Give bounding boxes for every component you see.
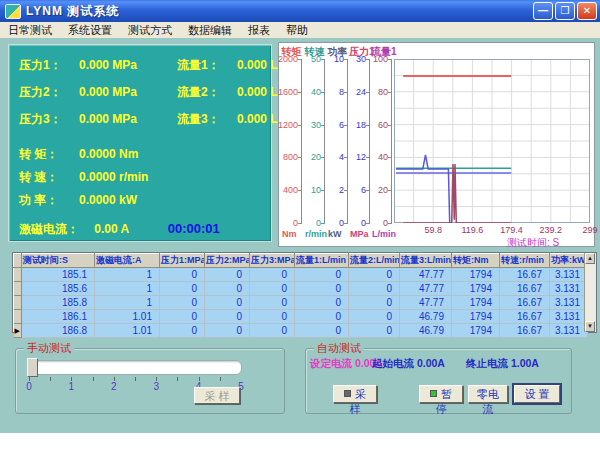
- table-cell[interactable]: 3.131: [550, 282, 588, 296]
- elapsed-timer: 00:00:01: [168, 221, 220, 236]
- menu-item-5[interactable]: 帮助: [278, 23, 316, 38]
- table-cell[interactable]: 0: [295, 268, 349, 282]
- table-cell[interactable]: 3.131: [550, 324, 588, 338]
- table-cell[interactable]: 47.77: [400, 296, 452, 310]
- column-header-0[interactable]: 测试时间:S: [22, 254, 95, 268]
- table-cell[interactable]: 46.79: [400, 324, 452, 338]
- menu-item-4[interactable]: 报表: [240, 23, 278, 38]
- app-icon[interactable]: [5, 4, 21, 19]
- minimize-button[interactable]: —: [533, 2, 553, 20]
- table-cell[interactable]: 0: [250, 310, 295, 324]
- table-cell[interactable]: 3.131: [550, 310, 588, 324]
- row-selector[interactable]: [14, 310, 22, 324]
- table-cell[interactable]: 186.1: [22, 310, 95, 324]
- row-selector[interactable]: [14, 282, 22, 296]
- table-cell[interactable]: 16.67: [500, 268, 550, 282]
- table-cell[interactable]: 0: [160, 268, 205, 282]
- table-cell[interactable]: 0: [349, 296, 400, 310]
- table-cell[interactable]: 47.77: [400, 268, 452, 282]
- table-cell[interactable]: 0: [349, 282, 400, 296]
- slider-track[interactable]: [28, 360, 242, 375]
- table-cell[interactable]: 1794: [452, 268, 500, 282]
- row-selector[interactable]: [14, 296, 22, 310]
- column-header-1[interactable]: 激磁电流:A: [95, 254, 160, 268]
- slider-thumb[interactable]: [27, 358, 38, 377]
- table-cell[interactable]: 1.01: [95, 310, 160, 324]
- table-cell[interactable]: 3.131: [550, 268, 588, 282]
- table-cell[interactable]: 3.131: [550, 296, 588, 310]
- row-selector[interactable]: ▶: [14, 324, 22, 338]
- table-cell[interactable]: 0: [250, 282, 295, 296]
- table-cell[interactable]: 0: [205, 268, 250, 282]
- excitation-row: 激磁电流： 0.00 A 00:00:01: [19, 221, 220, 238]
- auto-button-3[interactable]: 设 置: [514, 385, 560, 403]
- table-cell[interactable]: 0: [250, 296, 295, 310]
- table-cell[interactable]: 0: [160, 310, 205, 324]
- table-cell[interactable]: 0: [295, 310, 349, 324]
- table-row[interactable]: 185.610000047.77179416.673.131: [14, 282, 588, 296]
- table-cell[interactable]: 1794: [452, 282, 500, 296]
- column-header-8[interactable]: 转矩:Nm: [452, 254, 500, 268]
- table-cell[interactable]: 0: [250, 268, 295, 282]
- column-header-3[interactable]: 压力2:MPa: [205, 254, 250, 268]
- close-button[interactable]: ✕: [577, 2, 597, 20]
- table-cell[interactable]: 0: [205, 310, 250, 324]
- table-cell[interactable]: 185.8: [22, 296, 95, 310]
- table-cell[interactable]: 1: [95, 282, 160, 296]
- table-cell[interactable]: 0: [349, 268, 400, 282]
- table-row[interactable]: 185.810000047.77179416.673.131: [14, 296, 588, 310]
- table-cell[interactable]: 1.01: [95, 324, 160, 338]
- table-cell[interactable]: 1794: [452, 310, 500, 324]
- table-cell[interactable]: 0: [349, 324, 400, 338]
- table-cell[interactable]: 0: [349, 310, 400, 324]
- table-cell[interactable]: 0: [160, 324, 205, 338]
- menu-item-0[interactable]: 日常测试: [0, 23, 60, 38]
- menubar: 日常测试系统设置测试方式数据编辑报表帮助: [0, 22, 600, 39]
- table-scrollbar[interactable]: ▲▼: [584, 253, 596, 332]
- menu-item-3[interactable]: 数据编辑: [180, 23, 240, 38]
- table-row[interactable]: 185.110000047.77179416.673.131: [14, 268, 588, 282]
- table-cell[interactable]: 1794: [452, 296, 500, 310]
- table-cell[interactable]: 1: [95, 296, 160, 310]
- table-cell[interactable]: 0: [295, 296, 349, 310]
- table-cell[interactable]: 47.77: [400, 282, 452, 296]
- table-row[interactable]: ▶186.81.010000046.79179416.673.131: [14, 324, 588, 338]
- menu-item-1[interactable]: 系统设置: [60, 23, 120, 38]
- table-cell[interactable]: 0: [295, 324, 349, 338]
- table-cell[interactable]: 16.67: [500, 324, 550, 338]
- column-header-7[interactable]: 流量3:L/min: [400, 254, 452, 268]
- auto-button-2[interactable]: 零电流: [468, 385, 508, 403]
- row-selector[interactable]: [14, 268, 22, 282]
- column-header-5[interactable]: 流量1:L/min: [295, 254, 349, 268]
- column-header-4[interactable]: 压力3:MPa: [250, 254, 295, 268]
- auto-button-1[interactable]: 暂 停: [419, 385, 463, 403]
- table-cell[interactable]: 0: [205, 282, 250, 296]
- table-row[interactable]: 186.11.010000046.79179416.673.131: [14, 310, 588, 324]
- column-header-2[interactable]: 压力1:MPa: [160, 254, 205, 268]
- column-header-9[interactable]: 转速:r/min: [500, 254, 550, 268]
- table-cell[interactable]: 16.67: [500, 296, 550, 310]
- column-header-10[interactable]: 功率:kW: [550, 254, 588, 268]
- menu-item-2[interactable]: 测试方式: [120, 23, 180, 38]
- table-cell[interactable]: 186.8: [22, 324, 95, 338]
- manual-sample-button[interactable]: 采 样: [194, 387, 240, 404]
- table-cell[interactable]: 185.6: [22, 282, 95, 296]
- scroll-down-arrow[interactable]: ▼: [585, 321, 595, 332]
- table-cell[interactable]: 0: [250, 324, 295, 338]
- table-cell[interactable]: 0: [205, 324, 250, 338]
- table-cell[interactable]: 16.67: [500, 282, 550, 296]
- table-cell[interactable]: 1794: [452, 324, 500, 338]
- table-cell[interactable]: 1: [95, 268, 160, 282]
- y-tick-label: 50: [311, 54, 321, 64]
- table-cell[interactable]: 185.1: [22, 268, 95, 282]
- table-cell[interactable]: 16.67: [500, 310, 550, 324]
- table-cell[interactable]: 0: [160, 296, 205, 310]
- auto-button-0[interactable]: 采 样: [333, 385, 377, 403]
- restore-button[interactable]: ❐: [555, 2, 575, 20]
- table-cell[interactable]: 0: [160, 282, 205, 296]
- column-header-6[interactable]: 流量2:L/min: [349, 254, 400, 268]
- table-cell[interactable]: 46.79: [400, 310, 452, 324]
- scroll-up-arrow[interactable]: ▲: [585, 253, 595, 264]
- table-cell[interactable]: 0: [295, 282, 349, 296]
- table-cell[interactable]: 0: [205, 296, 250, 310]
